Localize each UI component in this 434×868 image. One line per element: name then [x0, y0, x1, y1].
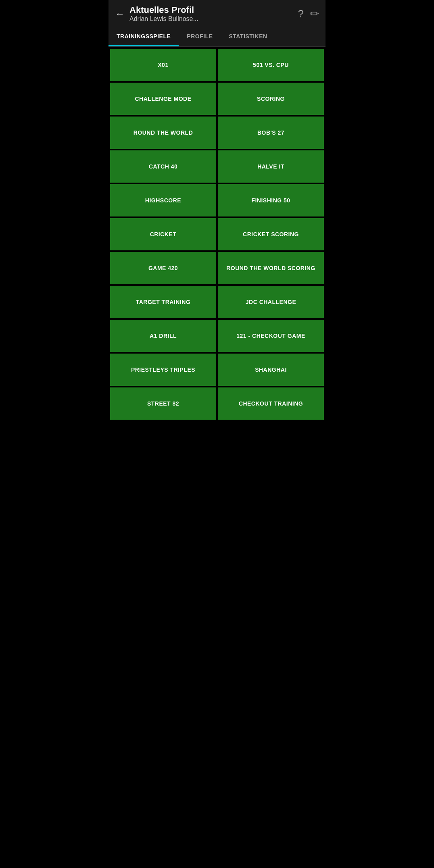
game-button-scoring[interactable]: SCORING [218, 83, 324, 115]
header-icons: ? ✏ [298, 8, 319, 20]
game-button-x01[interactable]: X01 [110, 49, 216, 81]
tab-bar: TRAININGSSPIELE PROFILE STATISTIKEN [108, 27, 326, 47]
bottom-space [108, 421, 326, 542]
game-button-bobs-27[interactable]: BOB'S 27 [218, 117, 324, 149]
help-icon[interactable]: ? [298, 8, 304, 20]
game-button-cricket[interactable]: CRICKET [110, 218, 216, 250]
game-button-target-training[interactable]: TARGET TRAINING [110, 286, 216, 318]
game-button-halve-it[interactable]: HALVE IT [218, 150, 324, 183]
page-title: Aktuelles Profil [129, 5, 293, 15]
game-button-catch-40[interactable]: CATCH 40 [110, 150, 216, 183]
game-button-cricket-scoring[interactable]: CRICKET SCORING [218, 218, 324, 250]
game-button-a1-drill[interactable]: A1 DRILL [110, 320, 216, 352]
game-button-shanghai[interactable]: SHANGHAI [218, 354, 324, 386]
game-button-finishing-50[interactable]: FINISHING 50 [218, 184, 324, 216]
back-button[interactable]: ← [115, 8, 125, 19]
tab-trainingsspiele[interactable]: TRAININGSSPIELE [108, 27, 179, 46]
header-title-group: Aktuelles Profil Adrian Lewis Bullnose..… [129, 5, 293, 23]
game-button-highscore[interactable]: HIGHSCORE [110, 184, 216, 216]
game-button-game-420[interactable]: GAME 420 [110, 252, 216, 284]
game-button-round-the-world[interactable]: ROUND THE WORLD [110, 117, 216, 149]
game-button-round-the-world-scoring[interactable]: ROUND THE WORLD SCORING [218, 252, 324, 284]
profile-name: Adrian Lewis Bullnose... [129, 15, 293, 23]
game-button-checkout-training[interactable]: CHECKOUT TRAINING [218, 387, 324, 420]
game-button-challenge-mode[interactable]: CHALLENGE MODE [110, 83, 216, 115]
edit-icon[interactable]: ✏ [310, 8, 319, 20]
tab-profile[interactable]: PROFILE [179, 27, 221, 46]
game-button-street-82[interactable]: STREET 82 [110, 387, 216, 420]
game-button-501-vs-cpu[interactable]: 501 VS. CPU [218, 49, 324, 81]
tab-statistiken[interactable]: STATISTIKEN [221, 27, 275, 46]
app-header: ← Aktuelles Profil Adrian Lewis Bullnose… [108, 0, 326, 27]
game-grid: X01501 VS. CPUCHALLENGE MODESCORINGROUND… [108, 47, 326, 421]
game-button-priestleys-triples[interactable]: PRIESTLEYS TRIPLES [110, 354, 216, 386]
game-button-121---checkout-game[interactable]: 121 - CHECKOUT GAME [218, 320, 324, 352]
game-button-jdc-challenge[interactable]: JDC CHALLENGE [218, 286, 324, 318]
